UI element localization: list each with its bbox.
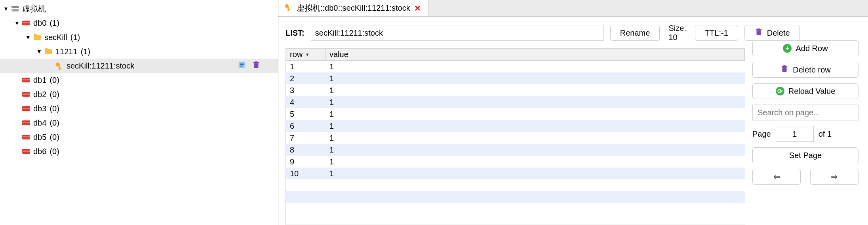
cell-row: 5	[286, 110, 326, 119]
tab-key[interactable]: 虚拟机::db0::secKill:11211:stock ✕	[278, 0, 428, 16]
keybar: LIST: Rename Size: 10 TTL:-1 Delete	[286, 24, 745, 42]
table-row[interactable]: 51	[286, 108, 745, 120]
cell-value: 1	[326, 133, 448, 143]
cell-value: 1	[326, 98, 448, 107]
close-icon[interactable]: ✕	[414, 4, 421, 13]
rename-button[interactable]: Rename	[610, 25, 660, 41]
tree-node-count: (1)	[49, 19, 59, 28]
svg-rect-22	[27, 108, 30, 109]
svg-rect-13	[255, 61, 257, 62]
svg-rect-9	[59, 68, 61, 69]
main: 虚拟机::db0::secKill:11211:stock ✕ LIST: Re…	[278, 0, 868, 225]
arrow-right-icon: ⇨	[831, 172, 838, 181]
tree-node-db4[interactable]: db4 (0)	[0, 116, 278, 130]
page-input[interactable]	[776, 126, 814, 142]
cell-row: 3	[286, 86, 326, 95]
cell-value: 1	[326, 169, 448, 178]
column-label: row	[290, 50, 303, 59]
tree-node-db1[interactable]: db1 (0)	[0, 73, 278, 87]
tree-node-label: db5	[33, 133, 46, 142]
expand-icon[interactable]: ▼	[13, 20, 21, 26]
key-name-input[interactable]	[311, 25, 604, 41]
tree-node-db6[interactable]: db6 (0)	[0, 144, 278, 158]
table-body: 112131415161718191101	[286, 61, 745, 225]
table-row[interactable]: 21	[286, 72, 745, 84]
cell-row: 9	[286, 157, 326, 166]
button-label: Set Page	[789, 151, 822, 160]
table-row[interactable]: 71	[286, 132, 745, 144]
cell-row: 4	[286, 98, 326, 107]
table-row[interactable]: 101	[286, 168, 745, 179]
cell-row: 7	[286, 133, 326, 143]
cell-row: 2	[286, 74, 326, 83]
bricks-icon	[21, 104, 32, 113]
page-of-label: of 1	[819, 130, 832, 139]
svg-rect-15	[23, 79, 26, 80]
tree-node-label: db2	[33, 90, 46, 99]
cell-row: 8	[286, 145, 326, 154]
reload-value-button[interactable]: ⟳ Reload Value	[752, 83, 858, 99]
svg-rect-38	[782, 67, 787, 72]
tree-node-db2[interactable]: db2 (0)	[0, 87, 278, 101]
folder-icon	[32, 32, 43, 42]
expand-icon[interactable]: ▼	[36, 48, 43, 55]
prev-page-button[interactable]: ⇦	[752, 169, 801, 185]
center-column: LIST: Rename Size: 10 TTL:-1 Delete row▼…	[278, 17, 749, 225]
table-row-empty	[286, 179, 745, 191]
tree-node-seckill[interactable]: ▼ secKill (1)	[0, 30, 278, 44]
table-row[interactable]: 61	[286, 120, 745, 132]
size-text: Size: 10	[668, 24, 686, 42]
list-table: row▼ value 112131415161718191101	[286, 48, 745, 225]
tree-node-db3[interactable]: db3 (0)	[0, 101, 278, 116]
table-row[interactable]: 41	[286, 96, 745, 108]
next-page-button[interactable]: ⇨	[810, 169, 858, 185]
trash-icon	[780, 65, 789, 75]
svg-rect-11	[254, 63, 259, 68]
svg-rect-34	[287, 10, 290, 10]
tree-node-count: (1)	[70, 33, 80, 42]
ttl-button[interactable]: TTL:-1	[695, 25, 738, 41]
table-row[interactable]: 91	[286, 156, 745, 168]
tree-node-count: (0)	[49, 76, 59, 85]
content: LIST: Rename Size: 10 TTL:-1 Delete row▼…	[278, 17, 868, 225]
cell-value: 1	[326, 157, 448, 166]
tree-node-server[interactable]: ▼ 虚拟机	[0, 2, 278, 16]
tree-node-count: (1)	[81, 47, 90, 56]
arrow-left-icon: ⇦	[773, 172, 780, 181]
tree-node-db0[interactable]: ▼ db0 (1)	[0, 16, 278, 30]
svg-rect-5	[23, 22, 26, 23]
svg-rect-24	[23, 122, 26, 123]
column-row[interactable]: row▼	[286, 49, 326, 60]
column-label: value	[329, 50, 348, 59]
expand-icon[interactable]: ▼	[25, 34, 32, 40]
sort-icon: ▼	[305, 52, 310, 57]
trash-icon[interactable]	[252, 61, 261, 71]
table-row[interactable]: 11	[286, 61, 745, 72]
svg-rect-27	[23, 136, 26, 137]
set-page-button[interactable]: Set Page	[752, 147, 858, 163]
tree-node-label: db1	[33, 76, 46, 85]
tree-node-db5[interactable]: db5 (0)	[0, 130, 278, 144]
bricks-icon	[21, 75, 32, 85]
column-value[interactable]: value	[326, 49, 448, 60]
table-row[interactable]: 31	[286, 84, 745, 96]
tabbar: 虚拟机::db0::secKill:11211:stock ✕	[278, 0, 868, 17]
table-row[interactable]: 81	[286, 144, 745, 156]
svg-rect-18	[23, 93, 26, 95]
tree-node-count: (0)	[49, 118, 59, 128]
tree-node-11211[interactable]: ▼ 11211 (1)	[0, 44, 278, 59]
add-row-button[interactable]: + Add Row	[752, 40, 858, 56]
reload-icon: ⟳	[776, 87, 784, 95]
bricks-icon	[21, 132, 32, 142]
tree-node-label: 虚拟机	[22, 4, 46, 14]
sidebar: ▼ 虚拟机 ▼ db0 (1) ▼ secKill (1) ▼ 11211 (1…	[0, 0, 278, 225]
edit-icon[interactable]	[238, 61, 246, 71]
cell-value: 1	[326, 62, 448, 71]
tree-node-key[interactable]: secKill:11211:stock	[0, 59, 278, 73]
cell-row: 6	[286, 122, 326, 131]
svg-rect-6	[27, 22, 30, 23]
delete-row-button[interactable]: Delete row	[752, 62, 858, 78]
expand-icon[interactable]: ▼	[2, 6, 10, 12]
search-input[interactable]	[752, 105, 858, 120]
plus-icon: +	[783, 44, 792, 53]
